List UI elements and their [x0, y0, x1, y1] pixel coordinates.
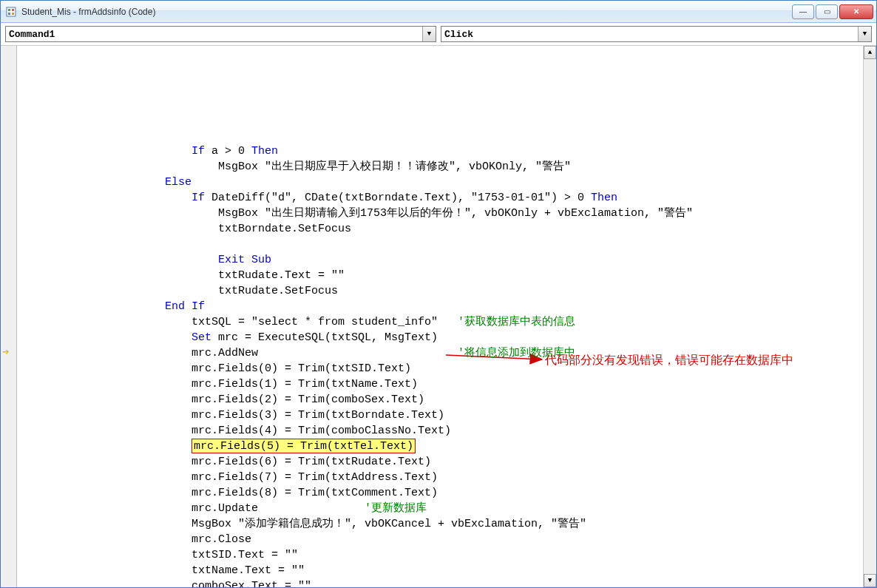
code-line[interactable]: Else [32, 175, 863, 190]
code-line[interactable]: mrc.Fields(4) = Trim(comboClassNo.Text) [32, 423, 863, 439]
window-buttons: — ▭ ✕ [792, 4, 873, 19]
code-line[interactable]: mrc.Close [32, 532, 863, 547]
code-comment: '获取数据库中表的信息 [458, 314, 575, 330]
up-arrow-icon: ▲ [868, 49, 872, 56]
code-line[interactable]: Exit Sub [32, 252, 863, 268]
code-line[interactable]: Set mrc = ExecuteSQL(txtSQL, MsgText) [32, 330, 863, 345]
vertical-scrollbar[interactable]: ▲ ▼ [863, 46, 876, 587]
code-line[interactable]: mrc.Fields(8) = Trim(txtComment.Text) [32, 485, 863, 501]
code-line[interactable]: MsgBox "出生日期请输入到1753年以后的年份！", vbOKOnly +… [32, 206, 863, 221]
procedure-dropdown[interactable]: Click ▼ [441, 26, 872, 42]
code-line[interactable]: mrc.Fields(2) = Trim(comboSex.Text) [32, 392, 863, 408]
code-line[interactable]: If a > 0 Then [32, 143, 863, 159]
code-line[interactable]: txtSQL = "select * from student_info"'获取… [32, 314, 863, 330]
code-line[interactable]: mrc.Fields(1) = Trim(txtName.Text) [32, 376, 863, 392]
maximize-icon: ▭ [824, 7, 830, 16]
code-line[interactable]: End If [32, 299, 863, 314]
gutter[interactable]: ➔ [1, 46, 17, 587]
code-area: ➔ 代码部分没有发现错误，错误可能存在数据库中 If a > 0 ThenMsg… [1, 46, 876, 587]
close-button[interactable]: ✕ [839, 4, 873, 19]
scroll-down-button[interactable]: ▼ [864, 574, 876, 587]
titlebar[interactable]: Student_Mis - frmAddsinfo (Code) — ▭ ✕ [1, 1, 876, 23]
object-dropdown[interactable]: Command1 ▼ [5, 26, 436, 42]
code-pane[interactable]: 代码部分没有发现错误，错误可能存在数据库中 If a > 0 ThenMsgBo… [32, 46, 863, 587]
code-line[interactable]: mrc.Update'更新数据库 [32, 501, 863, 516]
code-line[interactable]: MsgBox "出生日期应早于入校日期！！请修改", vbOKOnly, "警告… [32, 159, 863, 175]
code-line[interactable]: txtBorndate.SetFocus [32, 221, 863, 237]
left-rule [17, 46, 32, 587]
maximize-button[interactable]: ▭ [816, 4, 838, 19]
highlighted-line: mrc.Fields(5) = Trim(txtTel.Text) [192, 439, 416, 453]
execution-arrow-icon: ➔ [2, 345, 10, 361]
code-line[interactable]: mrc.Fields(5) = Trim(txtTel.Text) [32, 439, 863, 454]
code-line[interactable]: MsgBox "添加学籍信息成功！", vbOKCancel + vbExcla… [32, 516, 863, 532]
svg-rect-1 [8, 9, 10, 11]
dropdown-row: Command1 ▼ Click ▼ [1, 23, 876, 46]
window-title: Student_Mis - frmAddsinfo (Code) [21, 7, 155, 17]
code-line[interactable]: txtRudate.SetFocus [32, 283, 863, 299]
code-line[interactable]: comboSex.Text = "" [32, 578, 863, 587]
scroll-up-button[interactable]: ▲ [864, 46, 876, 59]
svg-rect-2 [12, 9, 14, 11]
close-icon: ✕ [853, 7, 859, 16]
code-line[interactable]: mrc.Fields(3) = Trim(txtBorndate.Text) [32, 408, 863, 423]
code-line[interactable]: If DateDiff("d", CDate(txtBorndate.Text)… [32, 190, 863, 206]
code-line[interactable]: txtSID.Text = "" [32, 547, 863, 563]
svg-rect-0 [7, 7, 16, 16]
code-line[interactable]: txtName.Text = "" [32, 563, 863, 578]
code-line[interactable]: mrc.Fields(7) = Trim(txtAddress.Text) [32, 470, 863, 485]
chevron-down-icon: ▼ [422, 27, 436, 41]
object-dropdown-value: Command1 [9, 29, 55, 40]
minimize-button[interactable]: — [792, 4, 814, 19]
code-line[interactable]: mrc.Fields(6) = Trim(txtRudate.Text) [32, 454, 863, 470]
minimize-icon: — [799, 7, 807, 16]
code-line[interactable]: txtRudate.Text = "" [32, 268, 863, 283]
procedure-dropdown-value: Click [444, 29, 473, 40]
code-line[interactable] [32, 237, 863, 252]
code-comment: '更新数据库 [365, 501, 427, 516]
down-arrow-icon: ▼ [868, 577, 872, 584]
svg-rect-3 [8, 13, 10, 15]
app-icon [5, 6, 17, 18]
chevron-down-icon: ▼ [858, 27, 871, 41]
code-line[interactable]: mrc.AddNew'将信息添加到数据库中 [32, 345, 863, 361]
code-window: Student_Mis - frmAddsinfo (Code) — ▭ ✕ C… [0, 0, 877, 588]
svg-rect-4 [12, 13, 14, 15]
code-comment: '将信息添加到数据库中 [458, 345, 575, 361]
